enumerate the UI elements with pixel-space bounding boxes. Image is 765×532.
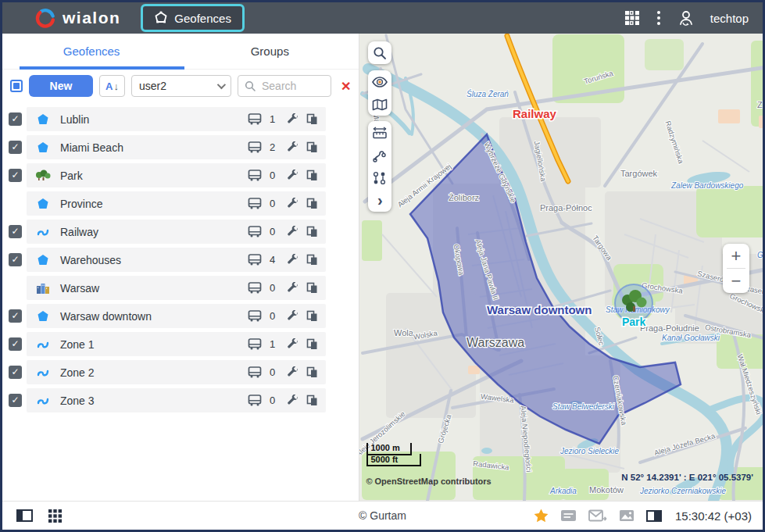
sort-arrow-icon: ↓ [113, 80, 119, 92]
geofence-name: Zone 2 [60, 366, 95, 379]
copy-icon[interactable] [306, 170, 318, 181]
copy-icon[interactable] [306, 282, 318, 294]
units-count: 0 [270, 395, 279, 406]
units-bus-icon [248, 282, 262, 294]
copy-icon[interactable] [306, 310, 318, 322]
username[interactable]: techtop [710, 12, 749, 25]
edit-wrench-icon[interactable] [287, 282, 298, 294]
zoom-out-button[interactable]: − [723, 269, 749, 293]
row-checkbox[interactable]: ✓ [9, 112, 22, 126]
park-trees-icon [34, 170, 52, 182]
edit-wrench-icon[interactable] [287, 141, 298, 153]
zoom-in-button[interactable]: + [723, 244, 749, 268]
geofence-name: Miami Beach [60, 141, 123, 154]
park-geofence-label: Park [622, 316, 646, 328]
tab-groups[interactable]: Groups [181, 34, 359, 69]
select-all-checkbox[interactable] [10, 80, 23, 92]
copy-icon[interactable] [306, 198, 318, 209]
wialon-logo: wialon [2, 8, 141, 28]
expand-tools-chevron-icon[interactable]: › [368, 189, 391, 212]
geofence-row: ✓ Warsaw downtown 0 [2, 304, 359, 328]
edit-wrench-icon[interactable] [287, 113, 298, 125]
svg-text:Górki: Górki [757, 251, 763, 259]
route-icon[interactable] [368, 144, 391, 166]
svg-text:Jezioro Sieleckie: Jezioro Sieleckie [559, 447, 619, 455]
row-checkbox[interactable]: ✓ [9, 141, 22, 154]
svg-text:Kanał Gocławski: Kanał Gocławski [662, 334, 720, 342]
row-checkbox[interactable]: ✓ [9, 337, 22, 351]
visibility-eye-icon[interactable] [368, 70, 391, 93]
edit-wrench-icon[interactable] [287, 198, 298, 209]
polygon-geofence-icon [34, 198, 52, 210]
line-geofence-icon [34, 395, 52, 407]
edit-wrench-icon[interactable] [287, 310, 298, 322]
units-count: 0 [270, 170, 279, 181]
units-count: 0 [270, 366, 279, 378]
geofence-row: ✓ Lublin 1 [2, 107, 359, 131]
user-filter-dropdown[interactable]: user2 [131, 75, 231, 97]
geofence-name: Park [60, 170, 83, 182]
active-tab-underline [20, 66, 184, 70]
search-box [238, 75, 331, 97]
line-geofence-icon [34, 338, 52, 351]
geofence-name: Warehouses [60, 254, 121, 266]
units-bus-icon [248, 198, 262, 209]
geofence-row: ✓ Zone 3 0 [2, 388, 359, 412]
svg-text:Staw Belwederski: Staw Belwederski [552, 402, 615, 411]
apps-grid-icon[interactable] [624, 10, 640, 26]
row-checkbox[interactable]: ✓ [9, 169, 22, 182]
row-checkbox[interactable]: ✓ [9, 394, 22, 407]
track-points-icon[interactable] [368, 166, 391, 189]
edit-wrench-icon[interactable] [287, 366, 298, 378]
edit-wrench-icon[interactable] [287, 170, 298, 181]
polygon-geofence-icon [34, 254, 52, 266]
row-checkbox[interactable]: ✓ [9, 366, 22, 379]
logo-text: wialon [63, 9, 120, 27]
map-search-icon[interactable] [368, 41, 391, 64]
polygon-geofence-icon [34, 113, 52, 126]
copy-icon[interactable] [306, 254, 318, 266]
map-canvas[interactable]: Śluza Żerań Toruńska Ząbki Marymoncka Wy… [359, 34, 763, 501]
sort-button[interactable]: A↓ [99, 75, 125, 97]
edit-wrench-icon[interactable] [287, 338, 298, 350]
copy-icon[interactable] [306, 395, 318, 406]
copy-icon[interactable] [306, 338, 318, 350]
tab-geofences-header[interactable]: Geofences [141, 4, 245, 32]
geofences-toolbar: New A↓ user2 ✕ [2, 70, 359, 105]
copy-icon[interactable] [306, 366, 318, 378]
copy-icon[interactable] [306, 113, 318, 125]
edit-wrench-icon[interactable] [287, 254, 298, 266]
map[interactable]: Śluza Żerań Toruńska Ząbki Marymoncka Wy… [359, 34, 763, 501]
row-checkbox[interactable]: ✓ [9, 225, 22, 238]
user-filter-value: user2 [139, 80, 166, 92]
wialon-window: wialon Geofences techtop [0, 0, 765, 532]
edit-wrench-icon[interactable] [287, 226, 298, 237]
geofence-row: ✓ Miami Beach 2 [2, 135, 359, 159]
units-bus-icon [248, 366, 262, 378]
copy-icon[interactable] [306, 141, 318, 153]
tab-geofences-label: Geofences [174, 12, 231, 25]
map-source-icon[interactable] [368, 93, 391, 116]
row-checkbox[interactable]: ✓ [9, 309, 22, 323]
user-account-icon[interactable] [677, 9, 695, 27]
copy-icon[interactable] [306, 226, 318, 237]
row-checkbox[interactable]: ✓ [9, 253, 22, 266]
ruler-measure-icon[interactable] [368, 121, 391, 144]
new-geofence-button[interactable]: New [29, 75, 93, 97]
zoom-control: + − [723, 244, 749, 293]
bottom-bar: © Gurtam 15:30:42 (+03) [2, 501, 763, 530]
city-buildings-icon [34, 282, 52, 295]
units-count: 1 [270, 113, 279, 125]
gurtam-copyright: © Gurtam [2, 509, 763, 522]
units-count: 2 [270, 141, 279, 153]
main-body: Geofences Groups New A↓ user2 [2, 34, 763, 501]
clear-search-icon[interactable]: ✕ [341, 79, 351, 94]
line-geofence-icon [34, 366, 52, 379]
edit-wrench-icon[interactable] [287, 395, 298, 406]
kebab-menu-icon[interactable] [656, 9, 662, 27]
railway-geofence-label: Railway [513, 107, 557, 120]
units-bus-icon [248, 395, 262, 406]
tab-geofences[interactable]: Geofences [2, 34, 181, 69]
search-input[interactable] [260, 79, 323, 93]
geofence-row: Province 0 [2, 191, 359, 216]
